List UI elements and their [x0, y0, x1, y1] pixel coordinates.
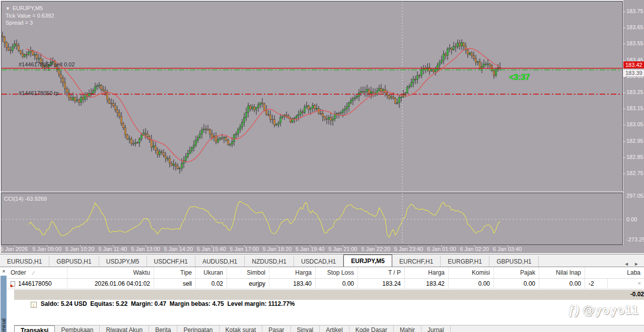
- col-header-stop-loss[interactable]: Stop Loss: [316, 267, 358, 278]
- price-tick-label: 183.75: [626, 8, 643, 14]
- time-tick-label: 5 Jan 17:00: [230, 246, 259, 252]
- order-document-icon: [11, 281, 15, 287]
- col-header-tipe[interactable]: Tipe: [154, 267, 196, 278]
- terminal-side-strip: Terminal: [1, 276, 7, 332]
- order-cell-waktu: 2026.01.06 04:01:02: [67, 279, 154, 289]
- chart-tab-eurgbp-h1[interactable]: EURGBP,H1: [441, 256, 489, 267]
- candle-countdown-text: <3:37: [509, 73, 530, 82]
- tp-line-label[interactable]: #1446178050 tp: [19, 90, 59, 96]
- time-tick-mark: [80, 245, 81, 246]
- time-tick-label: 5 Jan 21:00: [328, 246, 357, 252]
- col-header-simbol[interactable]: Simbol: [227, 267, 269, 278]
- terminal-tab-sinyal[interactable]: Sinyal: [291, 325, 320, 332]
- chart-tab-gbpusd-h1[interactable]: GBPUSD,H1: [49, 256, 99, 267]
- candlestick-chart-pane[interactable]: ▼EURJPY,M5 Tick Value = 0.6392 Spread = …: [1, 1, 623, 192]
- col-header-waktu[interactable]: Waktu: [67, 267, 154, 278]
- time-tick-mark: [146, 245, 146, 246]
- price-tick-mark: [623, 44, 625, 44]
- symbol-title[interactable]: ▼EURJPY,M5: [6, 5, 54, 12]
- order-cell-simbol: eurjpy: [227, 279, 269, 289]
- chart-region: ▼EURJPY,M5 Tick Value = 0.6392 Spread = …: [0, 0, 644, 254]
- terminal-tab-peringatan[interactable]: Peringatan: [177, 325, 219, 332]
- terminal-tab-transaksi[interactable]: Transaksi: [14, 325, 55, 332]
- cci-axis-bottom-label: -273.256: [626, 236, 644, 242]
- ask-price-marker: 183.42: [623, 61, 644, 68]
- chart-tab-audusd-h1[interactable]: AUDUSD,H1: [195, 256, 245, 267]
- terminal-tab-mahir[interactable]: Mahir: [394, 325, 421, 332]
- time-tick-label: 5 Jan 09:00: [33, 246, 62, 252]
- chart-tab-usdchf-h1[interactable]: USDCHF,H1: [147, 256, 195, 267]
- col-header-harga[interactable]: Harga: [405, 267, 449, 278]
- order-cell-order: 1446178050: [7, 279, 67, 289]
- time-tick-mark: [474, 245, 475, 246]
- col-header-ukuran[interactable]: Ukuran: [196, 267, 227, 278]
- cci-indicator-pane[interactable]: [1, 193, 623, 245]
- price-tick-mark: [623, 12, 625, 12]
- close-position-icon[interactable]: ×: [638, 280, 641, 287]
- terminal-tab-artikel[interactable]: Artikel: [320, 325, 349, 332]
- col-header-laba[interactable]: Laba: [585, 267, 644, 278]
- tab-scroll-arrows: ◄ ►: [624, 261, 644, 267]
- col-header-t-p[interactable]: T / P: [358, 267, 405, 278]
- time-tick-label: 5 Jan 23:40: [394, 246, 423, 252]
- time-tick-mark: [14, 245, 15, 246]
- order-cell-komisi: 0.00: [449, 279, 494, 289]
- order-cell-nilai-inap: 0.00: [539, 279, 585, 289]
- terminal-tab-pembukaan[interactable]: Pembukaan: [55, 325, 100, 332]
- order-cell-ukuran: 0.02: [196, 279, 227, 289]
- col-header-nilai-inap[interactable]: Nilai Inap: [539, 267, 585, 278]
- orders-table-header: Order∕WaktuTipeUkuranSimbolHargaStop Los…: [7, 267, 644, 279]
- terminal-side-label: Terminal: [1, 318, 7, 332]
- time-tick-label: 6 Jan 01:00: [427, 246, 456, 252]
- tab-scroll-left-icon[interactable]: ◄: [624, 261, 629, 267]
- terminal-tab-kode-dasar[interactable]: Kode Dasar: [349, 325, 394, 332]
- chart-tab-eurusd-h1[interactable]: EURUSD,H1: [0, 256, 49, 267]
- cci-axis-zero-label: 0.00: [626, 216, 637, 222]
- time-tick-label: 5 Jan 14:20: [164, 246, 193, 252]
- chart-tab-usdjpy-m5[interactable]: USDJPY,M5: [99, 256, 147, 267]
- symbol-label: EURJPY,M5: [13, 5, 43, 11]
- order-row[interactable]: 14461780502026.01.06 04:01:02sell0.02eur…: [7, 279, 644, 289]
- terminal-tab-pasar[interactable]: Pasar: [262, 325, 291, 332]
- chart-tab-bar: EURUSD,H1GBPUSD,H1USDJPY,M5USDCHF,H1AUDU…: [0, 254, 644, 267]
- col-header-pajak[interactable]: Pajak: [494, 267, 539, 278]
- terminal-close-icon[interactable]: ×: [1, 269, 7, 274]
- col-header-komisi[interactable]: Komisi: [449, 267, 494, 278]
- time-tick-label: 5 Jan 18:20: [263, 246, 292, 252]
- price-tick-label: 182.75: [626, 170, 643, 176]
- price-axis[interactable]: 183.75183.65183.55183.45183.35183.25183.…: [623, 0, 644, 253]
- col-header-harga[interactable]: Harga: [269, 267, 316, 278]
- tab-scroll-right-icon[interactable]: ►: [634, 261, 639, 267]
- order-cell-harga: 183.40: [269, 279, 316, 289]
- price-tick-mark: [623, 76, 625, 77]
- chart-tab-nzdusd-h1[interactable]: NZDUSD,H1: [245, 256, 294, 267]
- order-line-label[interactable]: #1446178050 sell 0.02: [19, 61, 75, 67]
- floating-profit-value: -0.02: [630, 290, 644, 299]
- time-tick-label: 5 Jan 10:20: [65, 246, 95, 252]
- price-tick-mark: [623, 141, 625, 142]
- col-header-order[interactable]: Order∕: [7, 267, 67, 278]
- chart-tab-gbpusd-h1[interactable]: GBPUSD,H1: [489, 256, 539, 267]
- time-tick-mark: [310, 245, 311, 246]
- terminal-tab-riwayat-akun[interactable]: Riwayat Akun: [100, 325, 149, 332]
- price-tick-label: 182.85: [626, 154, 643, 160]
- time-tick-mark: [442, 245, 442, 246]
- time-axis[interactable]: 5 Jan 20265 Jan 09:005 Jan 10:205 Jan 11…: [1, 245, 623, 253]
- time-tick-label: 5 Jan 19:40: [296, 246, 325, 252]
- order-cell-t-p: 183.24: [358, 279, 405, 289]
- terminal-tab-berita[interactable]: Berita: [149, 325, 177, 332]
- chart-tab-eurchf-h1[interactable]: EURCHF,H1: [392, 256, 441, 267]
- watermark-logo-icon: ƒ): [568, 303, 580, 317]
- chart-tab-usdcad-h1[interactable]: USDCAD,H1: [294, 256, 343, 267]
- account-summary-bar: ↓Saldo: 5.24 USD Equitas: 5.22 Margin: 0…: [14, 290, 644, 300]
- terminal-tab-jurnal[interactable]: Jurnal: [421, 325, 451, 332]
- price-tick-label: 183.65: [626, 24, 643, 30]
- time-tick-mark: [211, 245, 212, 246]
- price-tick-mark: [623, 109, 625, 109]
- order-cell-tipe: sell: [154, 279, 196, 289]
- chart-tab-eurjpy-m5[interactable]: EURJPY,M5: [343, 255, 392, 267]
- terminal-panel: × Terminal Order∕WaktuTipeUkuranSimbolHa…: [0, 267, 644, 332]
- bid-price-marker: 183.39: [623, 69, 644, 76]
- price-tick-label: 182.95: [626, 138, 643, 144]
- terminal-tab-kotak-surat[interactable]: Kotak surat: [220, 325, 263, 332]
